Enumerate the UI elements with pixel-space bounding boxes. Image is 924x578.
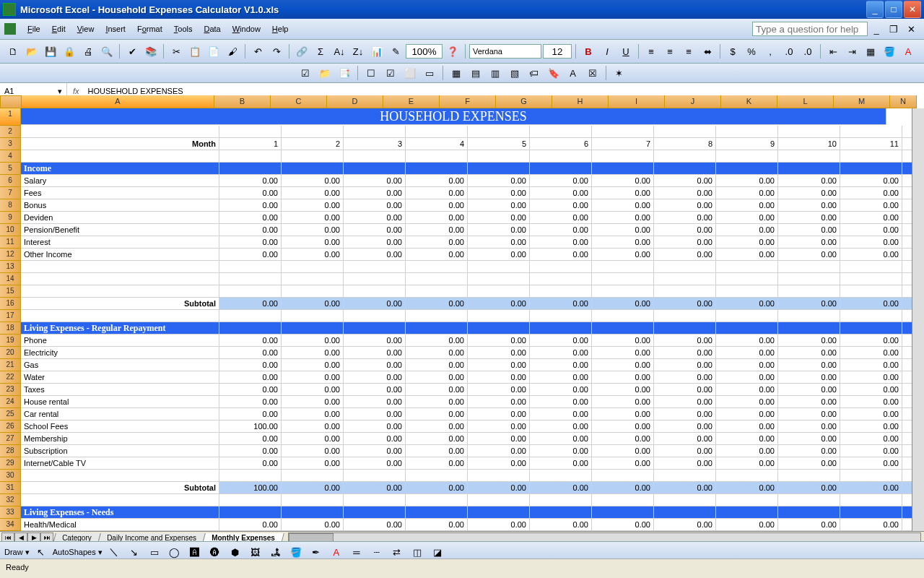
- cell[interactable]: [840, 261, 902, 273]
- cell[interactable]: 0.00: [282, 335, 344, 347]
- cell[interactable]: 0.00: [778, 199, 840, 212]
- select-all-corner[interactable]: [0, 95, 22, 108]
- cell[interactable]: 0.00: [282, 519, 344, 531]
- cell[interactable]: 0.00: [654, 224, 716, 236]
- cell[interactable]: [840, 470, 902, 482]
- cell[interactable]: [282, 273, 344, 285]
- cell[interactable]: 0.00: [282, 457, 344, 470]
- tb2-icon[interactable]: ☑: [297, 64, 314, 82]
- cell[interactable]: [219, 322, 282, 335]
- col-header[interactable]: M: [834, 95, 890, 108]
- cell[interactable]: 0.00: [530, 519, 592, 531]
- subtotal-label[interactable]: Subtotal: [21, 298, 219, 310]
- row-label[interactable]: Internet/Cable TV: [21, 457, 219, 470]
- cell[interactable]: 0.00: [530, 175, 592, 187]
- row-header[interactable]: 17: [0, 310, 21, 322]
- cell[interactable]: 0.00: [468, 236, 530, 249]
- cell[interactable]: 0.00: [406, 396, 468, 408]
- cell[interactable]: 0.00: [840, 445, 902, 457]
- cell[interactable]: 0.00: [530, 236, 592, 249]
- cell[interactable]: [530, 285, 592, 298]
- row-header[interactable]: 19: [0, 335, 21, 347]
- cell[interactable]: [468, 273, 530, 285]
- row-label[interactable]: Other Income: [21, 249, 219, 261]
- cell[interactable]: [468, 506, 530, 519]
- cell[interactable]: 0.00: [716, 298, 778, 310]
- cell[interactable]: 100.00: [219, 482, 282, 494]
- cell[interactable]: [530, 261, 592, 273]
- cell[interactable]: 0.00: [468, 298, 530, 310]
- cell[interactable]: [654, 310, 716, 322]
- undo-icon[interactable]: ↶: [249, 43, 266, 60]
- cell[interactable]: [778, 285, 840, 298]
- cell[interactable]: [778, 494, 840, 506]
- decrease-indent-icon[interactable]: ⇤: [824, 43, 842, 60]
- cell[interactable]: 0.00: [219, 335, 282, 347]
- cell[interactable]: 0.00: [282, 175, 344, 187]
- cell[interactable]: 0.00: [840, 249, 902, 261]
- col-header[interactable]: B: [214, 95, 271, 108]
- cell[interactable]: [21, 470, 219, 482]
- cell[interactable]: [219, 310, 282, 322]
- cell[interactable]: 0.00: [530, 199, 592, 212]
- cell[interactable]: [778, 310, 840, 322]
- cell[interactable]: [406, 163, 468, 175]
- menu-window[interactable]: Window: [227, 22, 266, 35]
- cell[interactable]: [654, 163, 716, 175]
- row-header[interactable]: 11: [0, 236, 21, 249]
- cell[interactable]: [592, 470, 654, 482]
- sort-desc-icon[interactable]: Z↓: [349, 43, 367, 60]
- row-label[interactable]: Phone: [21, 335, 219, 347]
- cell[interactable]: 0.00: [778, 482, 840, 494]
- cell[interactable]: 0.00: [716, 482, 778, 494]
- cell[interactable]: 0.00: [592, 249, 654, 261]
- row-header[interactable]: 16: [0, 298, 21, 310]
- cell[interactable]: 0.00: [716, 457, 778, 470]
- borders-icon[interactable]: ▦: [862, 43, 879, 60]
- cell[interactable]: 0.00: [778, 298, 840, 310]
- cell[interactable]: 0.00: [716, 519, 778, 531]
- cell[interactable]: 0.00: [468, 359, 530, 371]
- row-header[interactable]: 34: [0, 519, 21, 531]
- fill-color-icon[interactable]: 🪣: [881, 43, 898, 60]
- col-header[interactable]: E: [383, 95, 440, 108]
- format-painter-icon[interactable]: 🖌: [224, 43, 241, 60]
- cell[interactable]: 0.00: [654, 420, 716, 433]
- cell[interactable]: 0.00: [282, 482, 344, 494]
- row-label[interactable]: Water: [21, 371, 219, 384]
- cell[interactable]: 0.00: [219, 212, 282, 224]
- tb2-icon[interactable]: ☒: [584, 64, 601, 82]
- menu-file[interactable]: File: [22, 22, 46, 35]
- cell[interactable]: 0.00: [654, 519, 716, 531]
- cell[interactable]: 0.00: [840, 187, 902, 199]
- cell[interactable]: 0.00: [716, 249, 778, 261]
- redo-icon[interactable]: ↷: [268, 43, 285, 60]
- cell[interactable]: 0.00: [778, 187, 840, 199]
- row-label[interactable]: Electricity: [21, 347, 219, 359]
- cell[interactable]: 0.00: [468, 519, 530, 531]
- cell[interactable]: 0.00: [840, 335, 902, 347]
- cell[interactable]: 0.00: [592, 482, 654, 494]
- cell[interactable]: 0.00: [778, 433, 840, 445]
- cell[interactable]: [716, 470, 778, 482]
- cell[interactable]: 0.00: [654, 298, 716, 310]
- cell[interactable]: [406, 470, 468, 482]
- cell[interactable]: 0.00: [406, 224, 468, 236]
- row-header[interactable]: 8: [0, 199, 21, 212]
- cell[interactable]: 0.00: [406, 187, 468, 199]
- cell[interactable]: 0.00: [406, 199, 468, 212]
- cell[interactable]: [530, 126, 592, 138]
- cell[interactable]: 0.00: [654, 175, 716, 187]
- cell[interactable]: [282, 150, 344, 163]
- cell[interactable]: 0.00: [840, 519, 902, 531]
- row-header[interactable]: 18: [0, 322, 21, 335]
- cell[interactable]: 0.00: [716, 371, 778, 384]
- cell[interactable]: 0.00: [592, 457, 654, 470]
- fx-icon[interactable]: fx: [67, 87, 85, 95]
- row-label[interactable]: Pension/Benefit: [21, 224, 219, 236]
- cell[interactable]: 0.00: [282, 433, 344, 445]
- cell[interactable]: 0.00: [468, 212, 530, 224]
- cell[interactable]: 0.00: [716, 347, 778, 359]
- cell[interactable]: [654, 506, 716, 519]
- cell[interactable]: 3: [344, 138, 406, 150]
